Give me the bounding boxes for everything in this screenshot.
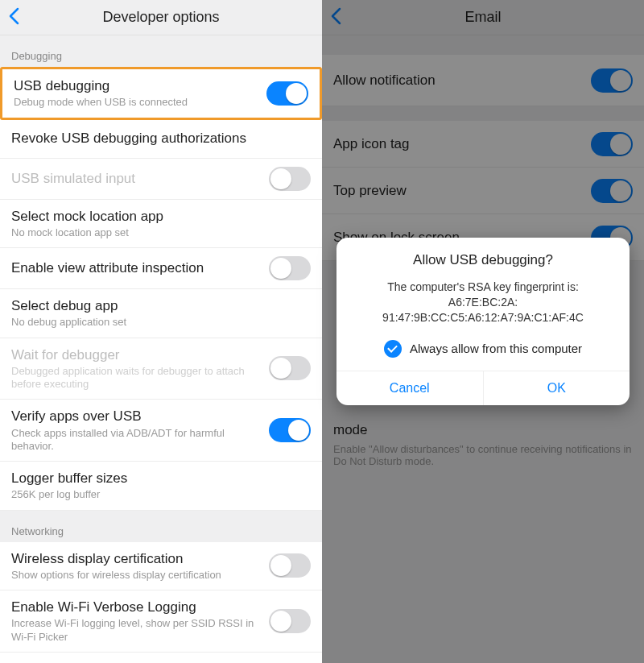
debugging-list: USB debugging Debug mode when USB is con… xyxy=(0,67,322,511)
revoke-title: Revoke USB debugging authorizations xyxy=(11,130,304,147)
usb-sim-title: USB simulated input xyxy=(11,170,262,187)
wireless-toggle[interactable] xyxy=(269,553,311,578)
wifi-verbose-sub: Increase Wi-Fi logging level, show per S… xyxy=(11,617,262,644)
wait-dbg-sub: Debugged application waits for debugger … xyxy=(11,365,262,392)
verify-toggle[interactable] xyxy=(269,418,311,442)
dialog-line2: A6:7E:BC:2A: xyxy=(349,295,617,310)
dialog-actions: Cancel OK xyxy=(336,371,630,405)
back-icon[interactable] xyxy=(8,6,19,29)
row-wifi-verbose[interactable]: Enable Wi-Fi Verbose Logging Increase Wi… xyxy=(0,590,322,653)
logger-sub: 256K per log buffer xyxy=(11,488,304,501)
debug-app-sub: No debug application set xyxy=(11,316,304,329)
left-header: Developer options xyxy=(0,0,322,35)
logger-title: Logger buffer sizes xyxy=(11,470,304,487)
usb-debugging-title: USB debugging xyxy=(14,77,260,94)
row-usb-debugging[interactable]: USB debugging Debug mode when USB is con… xyxy=(0,67,322,120)
usb-debugging-toggle[interactable] xyxy=(266,81,308,106)
row-aggressive-wifi[interactable]: Aggressive Wi-Fi to mobile handover xyxy=(0,653,322,663)
view-attr-title: Enable view attribute inspection xyxy=(11,259,262,276)
ok-button[interactable]: OK xyxy=(483,371,630,405)
row-mock-location[interactable]: Select mock location app No mock locatio… xyxy=(0,200,322,249)
usb-debugging-dialog: Allow USB debugging? The computer's RSA … xyxy=(336,238,630,405)
cancel-button[interactable]: Cancel xyxy=(336,371,483,405)
row-debug-app[interactable]: Select debug app No debug application se… xyxy=(0,289,322,338)
row-logger[interactable]: Logger buffer sizes 256K per log buffer xyxy=(0,462,322,511)
usb-debugging-sub: Debug mode when USB is connected xyxy=(14,96,260,109)
section-debugging: Debugging xyxy=(0,35,322,67)
mock-loc-sub: No mock location app set xyxy=(11,226,304,239)
row-view-attribute[interactable]: Enable view attribute inspection xyxy=(0,248,322,289)
row-wait-debugger: Wait for debugger Debugged application w… xyxy=(0,338,322,400)
row-revoke[interactable]: Revoke USB debugging authorizations xyxy=(0,120,322,159)
wifi-verbose-toggle[interactable] xyxy=(269,609,311,633)
wireless-title: Wireless display certification xyxy=(11,550,262,567)
row-verify-usb[interactable]: Verify apps over USB Check apps installe… xyxy=(0,400,322,462)
dialog-title: Allow USB debugging? xyxy=(349,252,617,268)
verify-title: Verify apps over USB xyxy=(11,408,262,425)
networking-list: Wireless display certification Show opti… xyxy=(0,542,322,664)
always-allow-row[interactable]: Always allow from this computer xyxy=(349,340,617,358)
wait-dbg-toggle xyxy=(269,356,311,380)
row-usb-simulated: USB simulated input xyxy=(0,159,322,200)
page-title: Developer options xyxy=(0,9,322,26)
usb-sim-toggle xyxy=(269,167,311,191)
wifi-verbose-title: Enable Wi-Fi Verbose Logging xyxy=(11,599,262,615)
left-panel: Developer options Debugging USB debuggin… xyxy=(0,0,322,663)
dialog-line3: 91:47:9B:CC:C5:A6:12:A7:9A:C1:AF:4C xyxy=(349,310,617,325)
debug-app-title: Select debug app xyxy=(11,297,304,314)
right-panel: Email Allow notification App icon tag To… xyxy=(322,0,644,663)
always-allow-label: Always allow from this computer xyxy=(410,342,582,355)
dialog-line1: The computer's RSA key fingerprint is: xyxy=(349,280,617,295)
wireless-sub: Show options for wireless display certif… xyxy=(11,569,262,582)
mock-loc-title: Select mock location app xyxy=(11,208,304,225)
checkbox-checked-icon[interactable] xyxy=(384,340,402,358)
section-networking: Networking xyxy=(0,511,322,542)
verify-sub: Check apps installed via ADB/ADT for har… xyxy=(11,427,262,454)
wait-dbg-title: Wait for debugger xyxy=(11,346,262,363)
dialog-body: The computer's RSA key fingerprint is: A… xyxy=(349,280,617,325)
row-wireless-cert[interactable]: Wireless display certification Show opti… xyxy=(0,542,322,591)
view-attr-toggle[interactable] xyxy=(269,256,311,280)
